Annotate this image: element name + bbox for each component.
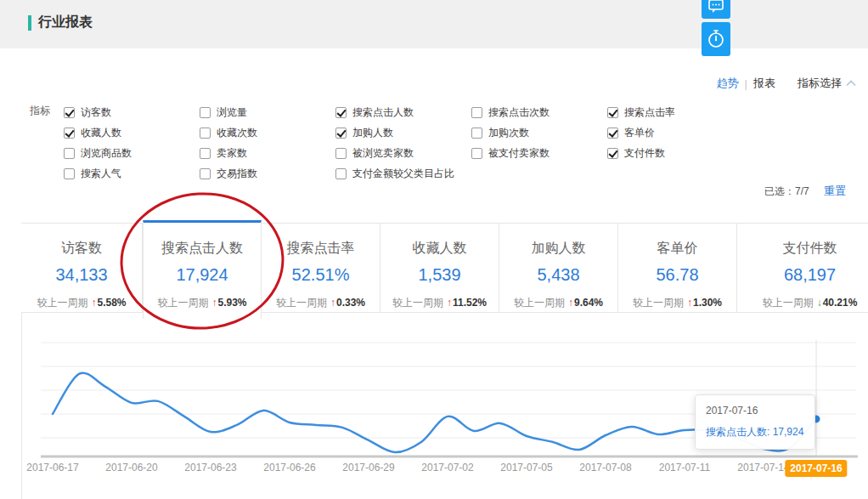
history-timer-button[interactable] <box>702 22 730 56</box>
metric-card-change: 较上一周期↑1.30% <box>618 296 736 310</box>
metric-card-5[interactable]: 加购人数5,438较上一周期↑9.64% <box>499 224 618 313</box>
metric-card-value: 56.78 <box>618 265 736 285</box>
metric-checkbox-c4-r1[interactable]: 搜索点击次数 <box>471 102 606 122</box>
checkbox-unchecked-icon[interactable] <box>200 148 211 159</box>
checkbox-unchecked-icon[interactable] <box>471 107 482 118</box>
arrow-up-icon: ↑ <box>91 297 96 309</box>
metric-checkbox-label: 客单价 <box>624 126 655 140</box>
selected-count-label: 已选：7/7 <box>764 185 809 197</box>
checkbox-checked-icon[interactable] <box>607 107 618 118</box>
checkbox-unchecked-icon[interactable] <box>200 107 211 118</box>
compare-label: 较上一周期 <box>633 297 684 309</box>
checkbox-unchecked-icon[interactable] <box>200 128 211 139</box>
metric-card-2-selected[interactable]: 搜索点击人数17,924较上一周期↑5.93% <box>143 220 262 319</box>
checkbox-checked-icon[interactable] <box>335 128 347 139</box>
change-percent: 0.33% <box>336 297 365 309</box>
checkbox-checked-icon[interactable] <box>607 148 618 159</box>
metric-checkbox-label: 搜索人气 <box>81 167 121 181</box>
metric-card-4[interactable]: 收藏人数1,539较上一周期↑11.52% <box>380 224 499 313</box>
metric-card-row: 访客数34,133较上一周期↑5.58%搜索点击人数17,924较上一周期↑5.… <box>21 223 868 313</box>
metric-checkbox-label: 被支付卖家数 <box>488 146 550 161</box>
metric-card-value: 1,539 <box>380 265 499 285</box>
reset-link[interactable]: 重置 <box>824 184 846 197</box>
metric-checkbox-c3-r2[interactable]: 加购人数 <box>335 122 470 143</box>
checkbox-unchecked-icon[interactable] <box>335 148 347 159</box>
title-accent-bar <box>28 15 31 31</box>
feedback-button[interactable] <box>702 0 730 19</box>
metric-select-label: 指标选择 <box>798 76 842 91</box>
metric-checkbox-label: 交易指数 <box>217 167 257 181</box>
x-tick-label: 2017-06-26 <box>263 462 315 473</box>
metric-checkbox-label: 加购人数 <box>352 126 393 140</box>
metric-checkbox-c1-r1[interactable]: 访客数 <box>64 102 198 122</box>
metric-card-title: 加购人数 <box>499 240 617 258</box>
metric-card-7[interactable]: 支付件数68,197较上一周期↓40.21% <box>737 224 868 313</box>
metric-checkbox-c2-r1[interactable]: 浏览量 <box>200 102 334 122</box>
arrow-up-icon: ↑ <box>687 297 692 309</box>
selected-summary: 已选：7/7 重置 <box>764 184 846 199</box>
metric-select-toggle[interactable]: 指标选择 <box>798 76 856 91</box>
checkbox-unchecked-icon[interactable] <box>335 168 347 179</box>
metric-checkbox-c1-r2[interactable]: 收藏人数 <box>64 122 198 143</box>
change-percent: 40.21% <box>823 297 858 309</box>
metric-checkbox-label: 支付金额较父类目占比 <box>352 167 454 181</box>
metric-card-change: 较上一周期↓40.21% <box>737 296 868 310</box>
checkbox-unchecked-icon[interactable] <box>200 168 211 179</box>
change-percent: 5.58% <box>97 297 126 309</box>
page-header: 行业报表 <box>0 0 868 48</box>
metric-checkbox-c2-r2[interactable]: 收藏次数 <box>200 122 334 143</box>
checkbox-unchecked-icon[interactable] <box>471 128 482 139</box>
metric-card-3[interactable]: 搜索点击率52.51%较上一周期↑0.33% <box>262 224 380 313</box>
metric-checkbox-c5-r3[interactable]: 支付件数 <box>607 143 741 163</box>
checkbox-checked-icon[interactable] <box>335 107 347 118</box>
tab-trend[interactable]: 趋势 <box>717 76 739 91</box>
metric-checkbox-c3-r4[interactable]: 支付金额较父类目占比 <box>335 163 470 184</box>
metric-checkbox-c5-r2[interactable]: 客单价 <box>607 122 741 143</box>
metric-checkbox-c2-r3[interactable]: 卖家数 <box>200 143 334 163</box>
metric-card-title: 搜索点击人数 <box>144 240 261 258</box>
x-tick-label: 2017-06-17 <box>26 462 78 473</box>
metric-checkbox-c3-r3[interactable]: 被浏览卖家数 <box>335 143 470 163</box>
checkbox-unchecked-icon[interactable] <box>471 148 482 159</box>
filters-label: 指标 <box>30 104 50 118</box>
x-tick-label: 2017-07-02 <box>421 462 473 473</box>
title-block: 行业报表 <box>28 14 93 31</box>
metric-checkbox-label: 浏览量 <box>217 105 247 120</box>
checkbox-unchecked-icon[interactable] <box>64 168 75 179</box>
compare-label: 较上一周期 <box>157 297 208 309</box>
metric-checkbox-label: 卖家数 <box>217 146 247 161</box>
industry-report-page: 行业报表 趋势 | 报表 指标选择 <box>0 0 868 499</box>
metric-checkbox-label: 加购次数 <box>488 126 529 140</box>
metric-checkbox-c5-r1[interactable]: 搜索点击率 <box>607 102 741 122</box>
filter-column-3: 搜索点击人数加购人数被浏览卖家数支付金额较父类目占比 <box>335 102 470 184</box>
metric-card-change: 较上一周期↑9.64% <box>499 296 617 310</box>
metric-card-value: 52.51% <box>262 265 380 285</box>
metric-card-change: 较上一周期↑5.93% <box>144 296 261 310</box>
change-percent: 1.30% <box>693 297 722 309</box>
x-tick-label: 2017-06-23 <box>184 462 236 473</box>
metric-checkbox-c1-r4[interactable]: 搜索人气 <box>64 163 198 184</box>
tab-report[interactable]: 报表 <box>753 76 775 91</box>
metric-checkbox-c2-r4[interactable]: 交易指数 <box>200 163 334 184</box>
metric-card-title: 访客数 <box>21 240 142 258</box>
stopwatch-icon <box>707 29 725 49</box>
checkbox-checked-icon[interactable] <box>607 128 618 139</box>
arrow-up-icon: ↑ <box>447 297 452 309</box>
metric-checkbox-c4-r3[interactable]: 被支付卖家数 <box>471 143 606 163</box>
switcher-divider: | <box>745 77 747 90</box>
checkbox-checked-icon[interactable] <box>64 107 75 118</box>
x-tick-label: 2017-06-29 <box>342 462 394 473</box>
checkbox-checked-icon[interactable] <box>64 128 75 139</box>
compare-label: 较上一周期 <box>276 297 327 309</box>
checkbox-unchecked-icon[interactable] <box>64 148 75 159</box>
arrow-down-icon: ↓ <box>817 297 822 309</box>
metric-card-1[interactable]: 访客数34,133较上一周期↑5.58% <box>21 224 143 313</box>
metric-card-title: 客单价 <box>618 240 736 258</box>
metric-checkbox-label: 搜索点击人数 <box>352 105 414 120</box>
metric-checkbox-c1-r3[interactable]: 浏览商品数 <box>64 143 198 163</box>
change-percent: 9.64% <box>574 297 603 309</box>
metric-card-6[interactable]: 客单价56.78较上一周期↑1.30% <box>618 224 737 313</box>
speech-bubble-icon <box>708 0 724 14</box>
metric-checkbox-c4-r2[interactable]: 加购次数 <box>471 122 606 143</box>
metric-checkbox-c3-r1[interactable]: 搜索点击人数 <box>335 102 470 122</box>
